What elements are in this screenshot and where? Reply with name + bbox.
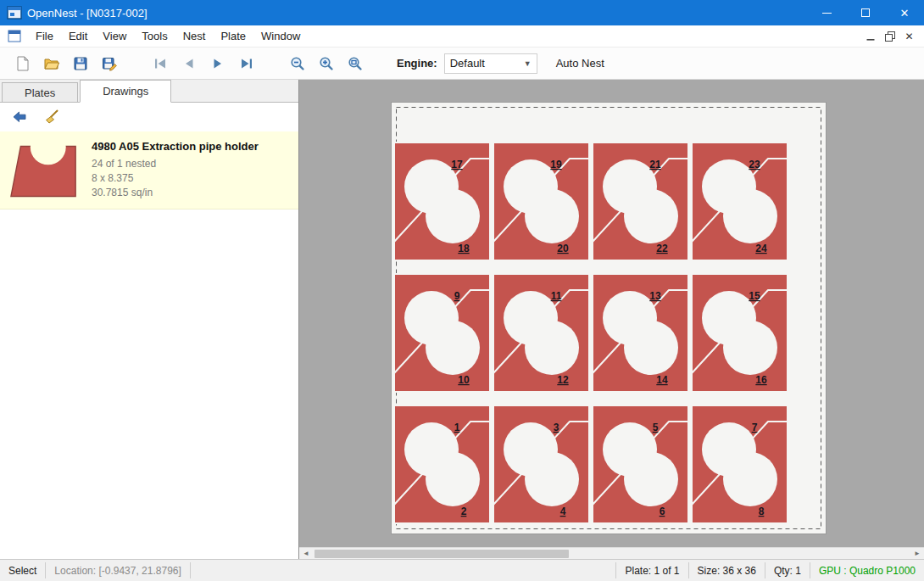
nest-pair[interactable]: 1718 <box>394 142 490 260</box>
mdi-window-controls: ✕ <box>860 28 919 45</box>
minimize-button[interactable] <box>807 0 846 25</box>
part-number: 1 <box>454 422 460 433</box>
nest-plate[interactable]: 171819202122232491011121314151612345678 <box>391 102 827 534</box>
mdi-minimize-button[interactable] <box>860 28 880 45</box>
part-number: 9 <box>454 290 460 302</box>
document-icon <box>8 30 21 43</box>
send-to-plate-button[interactable] <box>7 106 32 128</box>
broom-icon <box>44 109 59 125</box>
part-number: 11 <box>551 290 562 302</box>
mdi-minimize-icon <box>866 31 876 42</box>
part-number: 2 <box>461 506 467 517</box>
statusbar: Select Location: [-0.9437, 21.8796] Plat… <box>0 559 924 581</box>
first-arrow-icon <box>153 56 168 71</box>
menubar: File Edit View Tools Nest Plate Window ✕ <box>0 25 924 47</box>
menu-file[interactable]: File <box>28 26 61 46</box>
scroll-right-icon[interactable]: ► <box>910 548 924 560</box>
last-plate-button[interactable] <box>232 51 261 76</box>
mdi-restore-button[interactable] <box>880 28 899 45</box>
part-number: 3 <box>554 422 559 433</box>
nest-canvas[interactable]: 171819202122232491011121314151612345678 … <box>299 80 924 559</box>
open-folder-icon <box>43 56 60 71</box>
mdi-close-icon: ✕ <box>905 31 913 42</box>
pipe-hole <box>426 189 480 243</box>
auto-nest-button[interactable]: Auto Nest <box>549 53 611 73</box>
status-spacer <box>191 560 616 581</box>
new-file-button[interactable] <box>8 51 37 76</box>
part-number: 10 <box>458 374 470 386</box>
last-arrow-icon <box>239 56 254 71</box>
pipe-hole <box>525 189 579 243</box>
nest-pair[interactable]: 1920 <box>493 142 589 260</box>
zoom-out-icon <box>290 56 305 71</box>
zoom-fit-icon <box>348 56 363 71</box>
menu-edit[interactable]: Edit <box>61 26 95 46</box>
pipe-hole <box>426 321 480 375</box>
pipe-hole <box>723 452 777 506</box>
mdi-close-button[interactable]: ✕ <box>899 28 919 45</box>
part-number: 17 <box>451 159 463 170</box>
nest-pair[interactable]: 2324 <box>692 142 788 260</box>
drawing-area: 30.7815 sq/in <box>92 186 259 200</box>
drawings-toolbar <box>0 103 298 131</box>
pipe-hole <box>624 321 678 375</box>
nest-pair[interactable]: 34 <box>493 405 589 523</box>
part-number: 8 <box>759 506 765 517</box>
new-file-icon <box>15 56 31 71</box>
drawing-item-text: 4980 A05 Extraction pipe holder 24 of 1 … <box>92 140 259 200</box>
nest-pair[interactable]: 12 <box>394 405 490 523</box>
nest-pair[interactable]: 2122 <box>593 142 688 260</box>
part-number: 19 <box>550 159 562 170</box>
open-button[interactable] <box>37 51 66 76</box>
first-plate-button[interactable] <box>146 51 175 76</box>
sidebar-tabstrip: Plates Drawings <box>0 80 298 103</box>
maximize-button[interactable] <box>846 0 885 25</box>
part-number: 5 <box>653 422 659 433</box>
drawing-size: 8 x 8.375 <box>92 171 259 186</box>
zoom-in-button[interactable] <box>312 51 341 76</box>
nest-pair[interactable]: 1314 <box>593 274 688 392</box>
maximize-icon <box>861 8 870 17</box>
part-number: 22 <box>656 243 668 254</box>
engine-select[interactable]: Default ▼ <box>444 53 537 74</box>
sidebar: Plates Drawings 4980 A05 Extraction pipe… <box>0 80 299 559</box>
scroll-left-icon[interactable]: ◄ <box>299 548 313 560</box>
menu-view[interactable]: View <box>95 26 134 46</box>
previous-plate-button[interactable] <box>175 51 203 76</box>
nest-pair[interactable]: 1112 <box>493 274 589 392</box>
clear-button[interactable] <box>39 106 64 128</box>
status-plate: Plate: 1 of 1 <box>616 560 687 581</box>
menu-plate[interactable]: Plate <box>213 26 253 46</box>
save-icon <box>73 56 88 71</box>
zoom-in-icon <box>319 56 334 71</box>
save-as-button[interactable] <box>95 51 124 76</box>
part-number: 23 <box>749 159 760 170</box>
pipe-hole <box>723 189 777 243</box>
save-button[interactable] <box>66 51 95 76</box>
engine-label: Engine: <box>397 57 437 70</box>
window-title: OpenNest - [N0317-002] <box>27 7 148 20</box>
pipe-hole <box>624 189 678 243</box>
nest-pair[interactable]: 1516 <box>692 274 788 392</box>
status-location: Location: [-0.9437, 21.8796] <box>46 560 189 581</box>
zoom-fit-button[interactable] <box>341 51 370 76</box>
nest-pair[interactable]: 78 <box>692 405 788 523</box>
scrollbar-thumb[interactable] <box>314 550 569 558</box>
next-plate-button[interactable] <box>203 51 232 76</box>
toolbar: Engine: Default ▼ Auto Nest <box>0 47 924 80</box>
menu-tools[interactable]: Tools <box>134 26 175 46</box>
drawing-title: 4980 A05 Extraction pipe holder <box>92 140 259 153</box>
tab-drawings[interactable]: Drawings <box>80 80 171 103</box>
close-button[interactable]: ✕ <box>885 0 924 25</box>
tab-plates[interactable]: Plates <box>2 82 78 102</box>
horizontal-scrollbar[interactable]: ◄ ► <box>299 547 924 559</box>
drawing-list-item[interactable]: 4980 A05 Extraction pipe holder 24 of 1 … <box>0 131 298 209</box>
nest-pair[interactable]: 910 <box>394 274 490 392</box>
menu-window[interactable]: Window <box>253 26 308 46</box>
part-number: 21 <box>649 159 661 170</box>
menu-nest[interactable]: Nest <box>175 26 214 46</box>
titlebar[interactable]: OpenNest - [N0317-002] ✕ <box>0 0 924 25</box>
nest-pair[interactable]: 56 <box>593 405 688 523</box>
pipe-hole <box>723 321 777 375</box>
zoom-out-button[interactable] <box>283 51 312 76</box>
